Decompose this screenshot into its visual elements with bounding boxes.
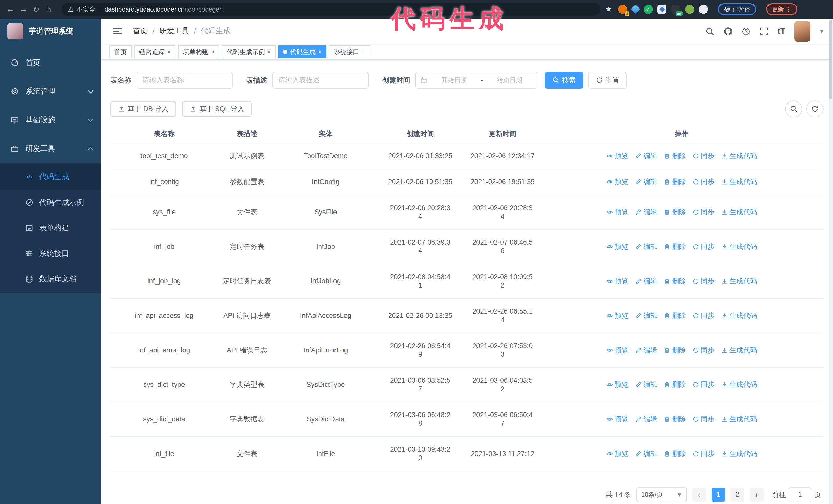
- sidebar-item-home[interactable]: 首页: [0, 48, 101, 77]
- sync-link[interactable]: 同步: [692, 380, 715, 389]
- table-row[interactable]: inf_job_log 定时任务日志表 InfJobLog 2021-02-08…: [111, 264, 824, 299]
- table-row[interactable]: sys_dict_data 字典数据表 SysDictData 2021-03-…: [111, 402, 824, 437]
- preview-link[interactable]: 预览: [606, 380, 628, 389]
- sidebar-logo-row[interactable]: 芋道管理系统: [0, 19, 101, 44]
- github-icon[interactable]: [723, 27, 733, 36]
- preview-link[interactable]: 预览: [606, 450, 628, 458]
- view-tab[interactable]: 代码生成示例 ×: [222, 45, 276, 58]
- goto-page-input[interactable]: [789, 487, 811, 502]
- preview-link[interactable]: 预览: [606, 152, 628, 160]
- sidebar-item-codegen[interactable]: 代码生成: [0, 164, 101, 189]
- sidebar-collapse-icon[interactable]: [113, 26, 122, 36]
- extension-gem-icon[interactable]: [630, 4, 640, 14]
- sidebar-item-system[interactable]: 系统管理: [0, 77, 101, 106]
- browser-back-icon[interactable]: ←: [4, 5, 17, 14]
- extension-paw-icon[interactable]: [699, 5, 708, 14]
- refresh-table-button[interactable]: [806, 100, 823, 117]
- table-row[interactable]: sys_dict_type 字典类型表 SysDictType 2021-03-…: [111, 368, 824, 402]
- reset-button[interactable]: 重置: [589, 72, 627, 89]
- table-desc-input[interactable]: [272, 72, 368, 89]
- edit-link[interactable]: 编辑: [635, 346, 657, 355]
- preview-link[interactable]: 预览: [606, 415, 628, 424]
- preview-link[interactable]: 预览: [606, 242, 628, 251]
- table-row[interactable]: tool_test_demo 测试示例表 ToolTestDemo 2021-0…: [111, 143, 824, 169]
- sync-link[interactable]: 同步: [692, 311, 715, 320]
- search-button[interactable]: 搜索: [545, 72, 583, 89]
- preview-link[interactable]: 预览: [606, 208, 628, 216]
- extension-grid-icon[interactable]: [658, 5, 666, 14]
- delete-link[interactable]: 删除: [664, 178, 686, 186]
- generate-code-link[interactable]: 生成代码: [721, 178, 757, 186]
- sync-link[interactable]: 同步: [692, 277, 715, 285]
- table-row[interactable]: sys_file 文件表 SysFile 2021-02-06 20:28:3 …: [111, 195, 824, 230]
- preview-link[interactable]: 预览: [606, 178, 628, 186]
- date-range-picker[interactable]: 开始日期 - 结束日期: [415, 72, 538, 89]
- page-button-2[interactable]: 2: [731, 488, 744, 502]
- tab-close-icon[interactable]: ×: [268, 48, 271, 55]
- edit-link[interactable]: 编辑: [635, 380, 657, 389]
- sync-link[interactable]: 同步: [692, 178, 715, 186]
- generate-code-link[interactable]: 生成代码: [721, 415, 757, 424]
- delete-link[interactable]: 删除: [664, 346, 686, 355]
- page-button-1[interactable]: 1: [712, 488, 725, 502]
- extension-on-icon[interactable]: on: [671, 5, 680, 14]
- edit-link[interactable]: 编辑: [635, 450, 657, 458]
- browser-update-button[interactable]: 更新 ⋮: [766, 3, 798, 15]
- view-tab[interactable]: 代码生成 ×: [278, 45, 326, 58]
- avatar[interactable]: [794, 21, 810, 42]
- browser-reload-icon[interactable]: ↻: [30, 5, 43, 14]
- generate-code-link[interactable]: 生成代码: [721, 346, 757, 355]
- generate-code-link[interactable]: 生成代码: [721, 242, 757, 251]
- generate-code-link[interactable]: 生成代码: [721, 152, 757, 160]
- next-page-button[interactable]: ›: [750, 488, 764, 502]
- delete-link[interactable]: 删除: [664, 152, 686, 160]
- toggle-search-button[interactable]: [785, 100, 802, 117]
- table-row[interactable]: inf_file 文件表 InfFile 2021-03-13 09:43:2 …: [111, 437, 824, 471]
- sync-link[interactable]: 同步: [692, 152, 715, 160]
- breadcrumb-home[interactable]: 首页: [133, 26, 148, 36]
- delete-link[interactable]: 删除: [664, 450, 686, 458]
- breadcrumb-devtools[interactable]: 研发工具: [160, 26, 189, 36]
- profile-paused-badge[interactable]: 😂 已暂停: [718, 3, 756, 15]
- generate-code-link[interactable]: 生成代码: [721, 311, 757, 320]
- table-row[interactable]: inf_api_error_log API 错误日志 InfApiErrorLo…: [111, 333, 824, 368]
- tab-close-icon[interactable]: ×: [211, 48, 214, 55]
- sidebar-item-db-doc[interactable]: 数据库文档: [0, 266, 101, 291]
- sync-link[interactable]: 同步: [692, 450, 715, 458]
- sidebar-item-infra[interactable]: 基础设施: [0, 105, 101, 134]
- browser-forward-icon[interactable]: →: [17, 5, 30, 14]
- delete-link[interactable]: 删除: [664, 380, 686, 389]
- generate-code-link[interactable]: 生成代码: [721, 277, 757, 285]
- sync-link[interactable]: 同步: [692, 415, 715, 424]
- sync-link[interactable]: 同步: [692, 242, 715, 251]
- avatar-caret-icon[interactable]: ▼: [819, 28, 825, 34]
- prev-page-button[interactable]: ‹: [692, 488, 706, 502]
- sidebar-item-form-builder[interactable]: 表单构建: [0, 215, 101, 240]
- help-icon[interactable]: [741, 27, 751, 36]
- sidebar-item-codegen-example[interactable]: 代码生成示例: [0, 190, 101, 215]
- browser-menu-dots-icon[interactable]: ⋮: [786, 6, 792, 13]
- delete-link[interactable]: 删除: [664, 277, 686, 285]
- edit-link[interactable]: 编辑: [635, 277, 657, 285]
- tab-close-icon[interactable]: ×: [318, 48, 322, 55]
- table-row[interactable]: inf_api_access_log API 访问日志表 InfApiAcces…: [111, 298, 824, 333]
- browser-home-icon[interactable]: ⌂: [43, 5, 55, 14]
- sidebar-item-system-api[interactable]: 系统接口: [0, 241, 101, 266]
- generate-code-link[interactable]: 生成代码: [721, 208, 757, 216]
- tab-close-icon[interactable]: ×: [362, 48, 365, 55]
- preview-link[interactable]: 预览: [606, 311, 628, 320]
- font-size-icon[interactable]: tT: [778, 27, 785, 36]
- edit-link[interactable]: 编辑: [635, 152, 657, 160]
- edit-link[interactable]: 编辑: [635, 208, 657, 216]
- tab-close-icon[interactable]: ×: [167, 48, 171, 55]
- preview-link[interactable]: 预览: [606, 346, 628, 355]
- page-size-select[interactable]: 10条/页 ▼: [636, 487, 687, 502]
- delete-link[interactable]: 删除: [664, 208, 686, 216]
- bookmark-star-icon[interactable]: ★: [606, 5, 612, 13]
- table-row[interactable]: inf_config 参数配置表 InfConfig 2021-02-06 19…: [111, 169, 824, 195]
- view-tab[interactable]: 首页 ×: [110, 45, 132, 58]
- edit-link[interactable]: 编辑: [635, 415, 657, 424]
- generate-code-link[interactable]: 生成代码: [721, 380, 757, 389]
- generate-code-link[interactable]: 生成代码: [721, 450, 757, 458]
- delete-link[interactable]: 删除: [664, 311, 686, 320]
